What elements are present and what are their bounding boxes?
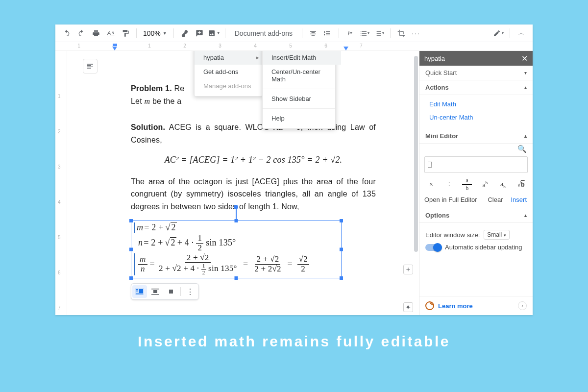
op-subscript[interactable]: ab	[498, 180, 508, 189]
math-equation: AC² = [ACEG] = 1² + 1² − 2 cos 135° = 2 …	[131, 154, 376, 166]
svg-rect-7	[151, 294, 159, 295]
op-superscript[interactable]: ab	[480, 180, 490, 189]
more-button[interactable]: ···	[410, 27, 422, 40]
explore-chip[interactable]: ✦	[403, 302, 413, 312]
svg-rect-3	[139, 289, 143, 293]
mini-editor-ops: × ÷ ab ab ab √b	[424, 177, 528, 196]
section-mini-editor[interactable]: Mini Editor▴	[419, 129, 533, 144]
marketing-caption: Inserted math remains fully editable	[0, 333, 588, 350]
svg-rect-5	[151, 289, 159, 290]
undo-button[interactable]	[60, 27, 73, 40]
svg-rect-4	[136, 294, 143, 294]
image-layout-toolbar: ⋮	[131, 283, 199, 300]
crop-button[interactable]	[395, 27, 408, 40]
bullet-list-button[interactable]: ▾	[358, 27, 371, 40]
document-canvas[interactable]: Problem 1. Re area n. Let m be the a m/n…	[67, 51, 419, 315]
auto-update-toggle[interactable]	[425, 244, 441, 251]
menu-item-help[interactable]: Help	[263, 111, 341, 125]
mini-search-icon[interactable]: 🔍	[424, 144, 528, 154]
learn-more-link[interactable]: Learn more	[438, 302, 473, 310]
redo-button[interactable]	[75, 27, 88, 40]
window-size-select[interactable]: Small ▾	[484, 230, 509, 240]
number-list-button[interactable]: ▾	[373, 27, 386, 40]
image-options-more[interactable]: ⋮	[183, 285, 197, 298]
svg-rect-6	[153, 290, 157, 293]
resize-handle[interactable]	[129, 276, 133, 280]
resize-handle[interactable]	[129, 248, 133, 251]
menu-item-hypatia[interactable]: hypatia	[195, 51, 273, 65]
collapse-toolbar-button[interactable]: ︿	[515, 27, 528, 40]
svg-rect-1	[136, 289, 138, 290]
app-window: A✎ 100%▼ ▼ Document add-ons I⁄▾ ▾ ▾ ··· …	[55, 24, 533, 315]
comment-button[interactable]	[193, 27, 206, 40]
svg-rect-2	[136, 291, 138, 292]
image-button[interactable]: ▼	[208, 27, 220, 40]
add-comment-chip[interactable]: ＋	[403, 265, 413, 274]
action-uncenter-math[interactable]: Un-center Math	[419, 111, 533, 124]
resize-handle[interactable]	[340, 219, 343, 222]
resize-handle[interactable]	[340, 248, 343, 251]
print-button[interactable]	[90, 27, 102, 40]
indent-marker-right[interactable]	[343, 47, 348, 50]
addons-menu: hypatia Get add-ons Manage add-ons	[194, 51, 263, 97]
mini-insert-button[interactable]: Insert	[511, 196, 527, 203]
menu-item-insert-math[interactable]: Insert/Edit Math	[263, 51, 341, 65]
svg-rect-8	[169, 290, 173, 294]
sidebar-collapse-button[interactable]: ‹	[518, 301, 527, 310]
mini-clear-button[interactable]: Clear	[488, 196, 503, 203]
horizontal-ruler[interactable]: 1 1 2 3 4 5 6 7	[55, 42, 533, 51]
menu-item-get-addons[interactable]: Get add-ons	[195, 65, 273, 79]
hypatia-sidebar: hypatia ✕ Quick Start▾ Actions▴ Edit Mat…	[419, 51, 533, 315]
wrap-break-button[interactable]	[148, 285, 163, 298]
resize-handle[interactable]	[235, 276, 238, 280]
auto-update-label: Automatic sidebar updating	[445, 244, 522, 251]
menu-item-center-math[interactable]: Center/Un-center Math	[263, 65, 341, 86]
edit-mode-button[interactable]: ▾	[492, 27, 505, 40]
sidebar-header: hypatia ✕	[419, 51, 533, 66]
align-button[interactable]	[307, 27, 319, 40]
scrollbar-thumb[interactable]	[414, 56, 418, 252]
line-spacing-button[interactable]	[321, 27, 334, 40]
section-quick-start[interactable]: Quick Start▾	[419, 66, 533, 80]
hypatia-submenu: Insert/Edit Math Center/Un-center Math S…	[262, 51, 336, 129]
section-actions[interactable]: Actions▴	[419, 80, 533, 95]
addons-menu-button[interactable]: Document add-ons	[230, 29, 297, 37]
close-sidebar-button[interactable]: ✕	[521, 54, 528, 63]
wrap-behind-button[interactable]	[164, 285, 178, 298]
clear-format-button[interactable]: I⁄▾	[343, 27, 356, 40]
zoom-select[interactable]: 100%▼	[141, 29, 169, 37]
resize-handle[interactable]	[235, 219, 238, 222]
op-divide[interactable]: ÷	[444, 181, 454, 189]
sidebar-footer: Learn more ‹	[419, 296, 533, 315]
work-area: 1 2 3 4 5 6 7 Problem 1. Re area n. Let …	[55, 51, 533, 315]
selected-math-object[interactable]: m = 2 + 2 n = 2 + 2 + 4 · 12sin 135° mn …	[131, 220, 342, 278]
window-size-label: Editor window size:	[425, 231, 480, 239]
menu-item-manage-addons[interactable]: Manage add-ons	[195, 79, 273, 93]
section-options[interactable]: Options▴	[419, 208, 533, 223]
vertical-ruler[interactable]: 1 2 3 4 5 6 7	[55, 51, 67, 315]
op-fraction[interactable]: ab	[462, 177, 472, 192]
wrap-inline-button[interactable]	[132, 285, 147, 298]
resize-handle[interactable]	[340, 276, 343, 280]
resize-handle[interactable]	[129, 219, 133, 222]
paint-format-button[interactable]	[119, 27, 132, 40]
op-sqrt[interactable]: √b	[516, 181, 526, 189]
spellcheck-button[interactable]: A✎	[104, 27, 117, 40]
indent-marker-first[interactable]	[113, 44, 117, 46]
mini-editor-input[interactable]	[424, 156, 528, 173]
outline-toggle[interactable]	[83, 59, 98, 74]
rotate-handle[interactable]	[236, 209, 237, 219]
action-edit-math[interactable]: Edit Math	[419, 98, 533, 111]
link-button[interactable]	[178, 27, 191, 40]
op-multiply[interactable]: ×	[426, 181, 436, 189]
menu-item-show-sidebar[interactable]: Show Sidebar	[263, 92, 341, 106]
open-full-editor[interactable]: Open in Full Editor	[424, 196, 477, 203]
paragraph: The area of the octagon is just [ACEG] p…	[131, 175, 376, 213]
indent-marker-left[interactable]	[112, 47, 117, 50]
toolbar: A✎ 100%▼ ▼ Document add-ons I⁄▾ ▾ ▾ ··· …	[55, 24, 533, 42]
hypatia-logo-icon	[425, 301, 434, 310]
